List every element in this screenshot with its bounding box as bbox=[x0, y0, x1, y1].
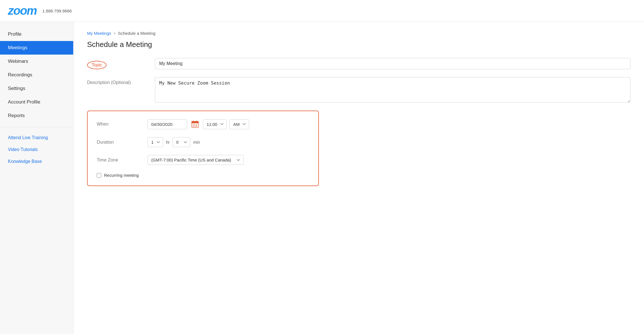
svg-rect-7 bbox=[193, 126, 194, 127]
sidebar-item-webinars[interactable]: Webinars bbox=[0, 55, 73, 68]
sidebar: Profile Meetings Webinars Recordings Set… bbox=[0, 22, 74, 334]
header: zoom 1.888.799.9666 bbox=[0, 0, 644, 22]
when-controls: 10:00 10:30 11:00 11:30 12:00 AM PM bbox=[148, 119, 249, 129]
sidebar-link-live-training[interactable]: Attend Live Training bbox=[0, 132, 73, 144]
sidebar-item-account-profile[interactable]: Account Profile bbox=[0, 95, 73, 109]
timezone-select[interactable]: (GMT-7:00) Pacific Time (US and Canada) … bbox=[148, 155, 244, 165]
description-row: Description (Optional) My New Secure Zoo… bbox=[87, 77, 630, 103]
sidebar-link-video-tutorials[interactable]: Video Tutorials bbox=[0, 144, 73, 156]
duration-row: Duration 0 1 2 3 4 hr 0 15 30 45 bbox=[97, 137, 309, 147]
when-row: When bbox=[97, 119, 309, 129]
breadcrumb-separator: > bbox=[113, 31, 116, 36]
description-label: Description (Optional) bbox=[87, 77, 155, 85]
calendar-icon-button[interactable] bbox=[190, 119, 200, 129]
calendar-icon bbox=[191, 120, 199, 128]
sidebar-item-meetings[interactable]: Meetings bbox=[0, 41, 73, 55]
topic-input[interactable] bbox=[155, 58, 630, 69]
when-label: When bbox=[97, 122, 148, 127]
sidebar-divider bbox=[0, 127, 73, 127]
svg-rect-1 bbox=[192, 121, 198, 123]
duration-hr-select[interactable]: 0 1 2 3 4 bbox=[148, 137, 163, 147]
breadcrumb-parent-link[interactable]: My Meetings bbox=[87, 31, 111, 36]
min-unit-label: min bbox=[193, 140, 200, 145]
timezone-label: Time Zone bbox=[97, 158, 148, 163]
recurring-row: Recurring meeting bbox=[97, 173, 309, 178]
timezone-controls: (GMT-7:00) Pacific Time (US and Canada) … bbox=[148, 155, 244, 165]
svg-rect-6 bbox=[196, 124, 197, 125]
breadcrumb: My Meetings > Schedule a Meeting bbox=[87, 31, 630, 36]
breadcrumb-current: Schedule a Meeting bbox=[118, 31, 155, 36]
duration-min-select[interactable]: 0 15 30 45 bbox=[172, 137, 190, 147]
date-input[interactable] bbox=[148, 119, 187, 129]
svg-rect-5 bbox=[195, 124, 195, 125]
time-select[interactable]: 10:00 10:30 11:00 11:30 12:00 bbox=[203, 119, 227, 129]
zoom-logo: zoom bbox=[8, 4, 37, 18]
main-content: My Meetings > Schedule a Meeting Schedul… bbox=[74, 22, 644, 334]
sidebar-item-profile[interactable]: Profile bbox=[0, 27, 73, 41]
svg-rect-4 bbox=[193, 124, 194, 125]
sidebar-link-knowledge-base[interactable]: Knowledge Base bbox=[0, 156, 73, 167]
topic-label: Topic bbox=[87, 61, 107, 69]
sidebar-item-recordings[interactable]: Recordings bbox=[0, 68, 73, 82]
page-title: Schedule a Meeting bbox=[87, 40, 630, 49]
description-input[interactable]: My New Secure Zoom Session bbox=[155, 77, 630, 103]
sidebar-item-settings[interactable]: Settings bbox=[0, 82, 73, 95]
hr-unit-label: hr bbox=[166, 140, 170, 145]
svg-rect-8 bbox=[195, 126, 195, 127]
ampm-select[interactable]: AM PM bbox=[230, 119, 249, 129]
when-box: When bbox=[87, 111, 319, 186]
duration-controls: 0 1 2 3 4 hr 0 15 30 45 min bbox=[148, 137, 200, 147]
topic-label-wrapper: Topic bbox=[87, 58, 155, 69]
duration-label: Duration bbox=[97, 140, 148, 145]
app-layout: Profile Meetings Webinars Recordings Set… bbox=[0, 22, 644, 334]
svg-rect-9 bbox=[196, 126, 197, 127]
topic-row: Topic bbox=[87, 58, 630, 69]
phone-number: 1.888.799.9666 bbox=[42, 8, 72, 13]
sidebar-item-reports[interactable]: Reports bbox=[0, 109, 73, 122]
recurring-checkbox[interactable] bbox=[97, 173, 101, 178]
recurring-label[interactable]: Recurring meeting bbox=[104, 173, 139, 178]
timezone-row: Time Zone (GMT-7:00) Pacific Time (US an… bbox=[97, 155, 309, 165]
